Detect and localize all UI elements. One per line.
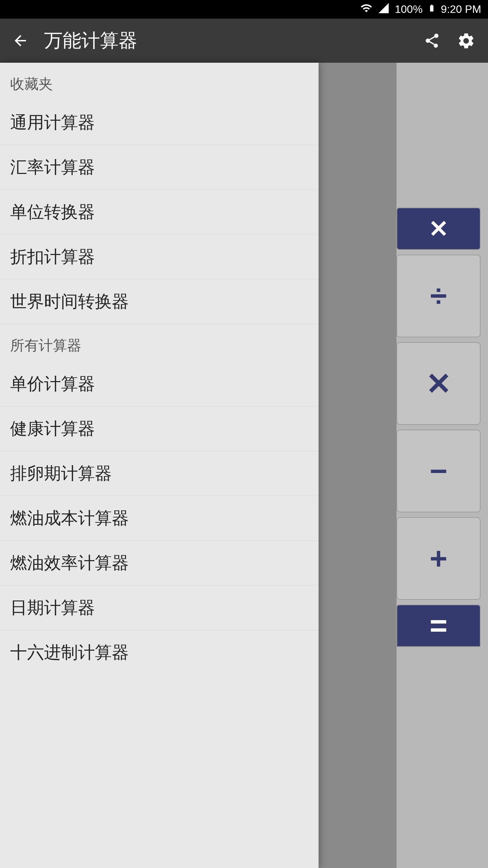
calc-equals-button[interactable]: =: [396, 605, 481, 647]
clock-time: 9:20 PM: [441, 3, 481, 16]
drawer-item-unit-converter[interactable]: 单位转换器: [0, 190, 319, 235]
drawer-item-health-calc[interactable]: 健康计算器: [0, 407, 319, 451]
section-header-all: 所有计算器: [0, 324, 319, 362]
drawer-item-ovulation-calc[interactable]: 排卵期计算器: [0, 451, 319, 496]
calc-clear-x-button[interactable]: ✕: [396, 208, 481, 250]
app-bar: 万能计算器: [0, 19, 488, 63]
calc-minus-button[interactable]: −: [396, 430, 481, 512]
calc-divide-button[interactable]: ÷: [396, 255, 481, 337]
wifi-icon: [360, 2, 372, 17]
calc-multiply-button[interactable]: ✕: [396, 342, 481, 425]
calc-plus-button[interactable]: +: [396, 517, 481, 600]
drawer-item-fuel-cost-calc[interactable]: 燃油成本计算器: [0, 496, 319, 541]
drawer-item-discount-calc[interactable]: 折扣计算器: [0, 235, 319, 279]
back-button[interactable]: [10, 31, 30, 51]
section-header-favorites: 收藏夹: [0, 63, 319, 100]
share-button[interactable]: [420, 29, 444, 53]
drawer-item-unit-price-calc[interactable]: 单价计算器: [0, 362, 319, 407]
drawer-item-exchange-calc[interactable]: 汇率计算器: [0, 145, 319, 190]
navigation-drawer: 收藏夹 通用计算器 汇率计算器 单位转换器 折扣计算器 世界时间转换器 所有计算…: [0, 63, 319, 868]
settings-button[interactable]: [454, 29, 478, 53]
app-title: 万能计算器: [44, 28, 410, 53]
battery-percent: 100%: [395, 3, 423, 16]
drawer-item-fuel-efficiency-calc[interactable]: 燃油效率计算器: [0, 541, 319, 586]
battery-icon: [428, 2, 436, 17]
drawer-item-general-calc[interactable]: 通用计算器: [0, 100, 319, 145]
drawer-item-date-calc[interactable]: 日期计算器: [0, 586, 319, 630]
status-bar: 100% 9:20 PM: [0, 0, 488, 19]
calculator-background: ✕ ÷ ✕ − + =: [396, 63, 488, 868]
drawer-item-world-time[interactable]: 世界时间转换器: [0, 279, 319, 324]
signal-icon: [378, 2, 390, 17]
drawer-item-hex-calc[interactable]: 十六进制计算器: [0, 630, 319, 675]
